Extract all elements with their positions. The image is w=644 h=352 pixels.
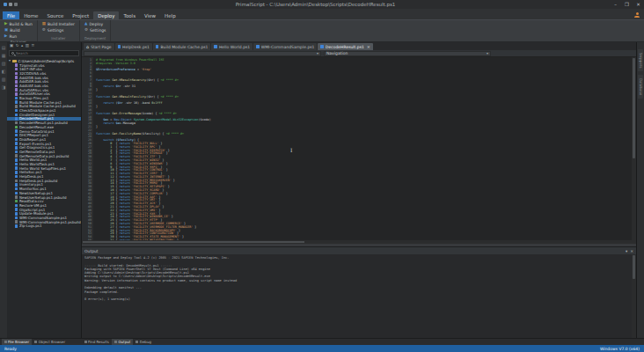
doc-tab-wmi-commandsample-ps1[interactable]: WMI-CommandSample.ps1: [253, 43, 317, 50]
list-view-icon[interactable]: ≡: [32, 44, 35, 48]
snippets-icon[interactable]: ▧: [2, 62, 6, 66]
file-icon: [15, 80, 18, 84]
code-area[interactable]: # Migrated from Windows PowerShell ISE#r…: [93, 57, 632, 240]
bookmarks-icon[interactable]: ▥: [2, 77, 6, 82]
code-token: }: [96, 88, 98, 92]
file-icon: [15, 134, 18, 137]
doc-tab-helpdesk-ps1[interactable]: HelpDesk.ps1: [115, 43, 152, 50]
ribbon-tab-row: FileHomeSourceProjectDeployToolsViewHelp: [0, 9, 644, 19]
doc-tab-build-module-cache-ps1[interactable]: Build Module Cache.ps1: [153, 43, 211, 50]
collapse-icon[interactable]: ▾: [626, 249, 627, 253]
code-token: }: [180, 235, 184, 238]
file-icon: [15, 100, 18, 104]
code-token: return: [103, 121, 115, 125]
file-icon: [15, 163, 18, 166]
filter-icon[interactable]: ▥: [26, 44, 29, 48]
code-token: }: [170, 215, 173, 218]
ribbon-tab-home[interactable]: Home: [19, 11, 42, 19]
scope-dropdown[interactable]: [84, 51, 321, 56]
status-bar: Ready Windows V7.0 (x64): [0, 345, 644, 352]
panel-icon: [34, 341, 37, 343]
ribbon-button-packager-build-run[interactable]: ▶Build & Run: [4, 21, 33, 26]
file-icon: [15, 195, 18, 199]
browser-icon[interactable]: ▤: [2, 46, 6, 50]
side-tab-database[interactable]: Database: [638, 75, 643, 99]
ribbon-button-installer-settings[interactable]: ⚙Settings: [41, 27, 76, 33]
tasks-icon[interactable]: ◨: [2, 85, 6, 90]
code-token: function: [96, 95, 112, 99]
ribbon-button-label: Deploy: [89, 22, 103, 26]
code-token: 'Stop': [141, 68, 151, 71]
ribbon-group-buttons: ▦Build Installer⚙Settings: [41, 21, 76, 33]
code-token: function: [96, 132, 112, 136]
file-icon: [15, 192, 18, 195]
panel-tab-file-browser[interactable]: File Browser: [2, 339, 32, 345]
output-scrollbar[interactable]: [632, 254, 636, 338]
close-button[interactable]: ✕: [633, 2, 644, 7]
minimize-button[interactable]: –: [610, 2, 621, 7]
panel-tab-object-browser[interactable]: Object Browser: [33, 339, 68, 345]
ribbon-button-deployment-settings[interactable]: ⚙Settings: [84, 27, 107, 33]
file-icon: [15, 187, 18, 191]
scrollbar-thumb[interactable]: [83, 241, 304, 243]
refresh-icon[interactable]: ↻: [16, 44, 19, 48]
chevron-down-icon: [487, 51, 488, 55]
output-text: SAPIEN Package and Deploy Tool 4.2 (c) 2…: [82, 254, 632, 338]
maximize-button[interactable]: ❐: [621, 2, 633, 7]
powershell-file-icon: [214, 45, 217, 48]
file-icon: [15, 76, 18, 79]
navigation-dropdown[interactable]: Navigation: [324, 51, 491, 56]
objects-icon[interactable]: ◧: [2, 70, 6, 74]
editor-horizontal-scrollbar[interactable]: [82, 240, 636, 244]
user-account-icon[interactable]: [634, 12, 640, 18]
scrollbar-thumb[interactable]: [633, 58, 635, 158]
undo-icon[interactable]: [9, 3, 12, 6]
panel-icon: [135, 341, 138, 343]
document-tab-bar: ⌂Start PageHelpDesk.ps1Build Module Cach…: [82, 42, 636, 50]
quick-access-toolbar: [0, 3, 21, 6]
ribbon-button-deployment-deploy[interactable]: ▲Deploy: [84, 21, 107, 26]
code-token: ($facility) {: [141, 132, 166, 136]
search-input[interactable]: [16, 51, 77, 55]
main-area: ▤▦▧◧▥◨ ▣↻▴▥≡ ▾C:\Users\Admin\Desktop\Scr…: [0, 42, 644, 338]
side-tab-snippets[interactable]: Snippets: [638, 49, 643, 71]
ribbon-tab-deploy[interactable]: Deploy: [93, 11, 119, 19]
ribbon-tab-view[interactable]: View: [140, 11, 160, 19]
code-token: ($code): [198, 118, 210, 121]
editor-vertical-scrollbar[interactable]: [632, 57, 636, 240]
ribbon-tab-source[interactable]: Source: [42, 11, 68, 19]
ribbon-group-installer: ▦Build Installer⚙SettingsInstaller: [38, 20, 80, 41]
output-tab-debug[interactable]: Debug: [134, 339, 154, 345]
redo-icon[interactable]: [14, 3, 18, 6]
save-icon[interactable]: [4, 3, 7, 6]
code-editor[interactable]: 1234567891011121314151617181920212223242…: [82, 57, 636, 240]
new-folder-icon[interactable]: ▣: [10, 44, 13, 48]
file-icon: [15, 183, 18, 187]
close-icon[interactable]: ×: [367, 44, 370, 49]
tree-item[interactable]: Zip-Logs.ps1: [7, 224, 81, 229]
close-icon[interactable]: ×: [630, 249, 633, 253]
ribbon-tab-file[interactable]: File: [3, 11, 19, 19]
code-token: .Message: [121, 121, 135, 125]
output-tab-output[interactable]: Output: [112, 339, 132, 345]
navigation-dropdown-value: Navigation: [326, 51, 348, 55]
doc-tab-decodehresult-ps1[interactable]: DecodeHResult.ps1×: [318, 43, 373, 50]
ribbon-button-installer-build-installer[interactable]: ▦Build Installer: [41, 21, 76, 26]
code-token: System.ComponentModel.Win32Exception: [134, 118, 199, 121]
ribbon-button-packager-build[interactable]: ▣Build: [4, 27, 33, 33]
scrollbar-thumb[interactable]: [633, 255, 635, 279]
doc-tab-start-page[interactable]: ⌂Start Page: [84, 43, 114, 50]
ribbon: FileHomeSourceProjectDeployToolsViewHelp…: [0, 9, 644, 42]
file-icon: [15, 92, 18, 96]
file-icon: [15, 72, 18, 76]
file-icon: [15, 166, 18, 170]
ribbon-tab-project[interactable]: Project: [68, 11, 93, 19]
doc-tab-hello-world-ps1[interactable]: Hello World.ps1: [211, 43, 252, 50]
toolbox-icon[interactable]: ▦: [2, 54, 6, 58]
up-folder-icon[interactable]: ▴: [21, 44, 23, 48]
doc-tab-label: WMI-CommandSample.ps1: [261, 45, 315, 49]
output-tab-find-results[interactable]: Find Results: [82, 339, 111, 345]
ribbon-tab-help[interactable]: Help: [160, 11, 180, 19]
ribbon-tab-tools[interactable]: Tools: [119, 11, 140, 19]
ribbon-button-label: Build & Run: [9, 22, 32, 26]
